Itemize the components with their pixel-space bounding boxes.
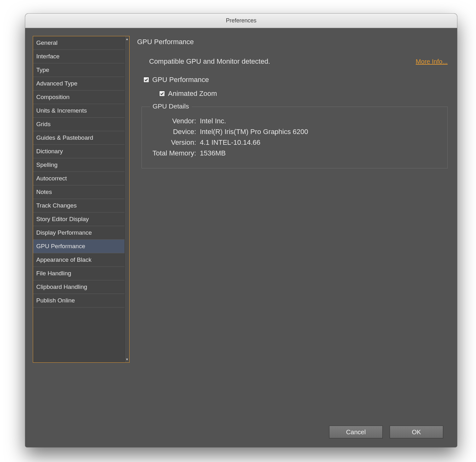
kv-value: 1536MB [199,149,226,157]
sidebar-item-guides-pasteboard[interactable]: Guides & Pasteboard [33,131,125,145]
scroll-down-icon[interactable]: ▼ [125,357,129,362]
sidebar: General Interface Type Advanced Type Com… [33,36,130,363]
sidebar-item-publish-online[interactable]: Publish Online [33,294,125,307]
button-label: Cancel [346,429,366,436]
window-title: Preferences [226,17,256,24]
window-client: General Interface Type Advanced Type Com… [25,28,457,447]
footer: Cancel OK [25,417,457,447]
panel-gpu-performance: GPU Performance Compatible GPU and Monit… [137,36,448,417]
sidebar-item-label: Autocorrect [36,175,67,182]
kv-key: Vendor: [148,117,199,125]
sidebar-item-type[interactable]: Type [33,63,125,77]
sidebar-item-label: Spelling [36,161,58,168]
gpu-details-fieldset: GPU Details Vendor: Intel Inc. Device: I… [142,107,448,168]
sidebar-item-label: Advanced Type [36,80,78,87]
compat-text: Compatible GPU and Monitor detected. [149,57,270,66]
kv-key: Device: [148,128,199,136]
sidebar-scrollbar[interactable]: ▲ ▼ [125,36,129,362]
sidebar-item-label: Appearance of Black [36,256,91,263]
kv-device: Device: Intel(R) Iris(TM) Pro Graphics 6… [148,128,441,136]
checkbox-icon[interactable] [143,77,149,83]
sidebar-item-grids[interactable]: Grids [33,118,125,131]
checkbox-icon[interactable] [159,91,165,96]
animated-zoom-checkbox-row[interactable]: Animated Zoom [137,90,448,98]
more-info-link[interactable]: More Info... [416,58,448,65]
sidebar-item-label: Track Changes [36,202,77,209]
sidebar-list: General Interface Type Advanced Type Com… [33,36,125,362]
button-label: OK [412,429,421,436]
panel-title: GPU Performance [137,38,448,46]
scroll-up-icon[interactable]: ▲ [125,37,129,41]
sidebar-item-label: Notes [36,189,52,196]
sidebar-item-autocorrect[interactable]: Autocorrect [33,172,125,185]
sidebar-item-label: File Handling [36,270,71,277]
window-body: General Interface Type Advanced Type Com… [25,28,457,417]
sidebar-item-notes[interactable]: Notes [33,185,125,199]
titlebar[interactable]: Preferences [25,14,457,28]
preferences-window: Preferences General Interface Type Advan… [25,14,457,447]
kv-version: Version: 4.1 INTEL-10.14.66 [148,138,441,147]
sidebar-item-story-editor-display[interactable]: Story Editor Display [33,213,125,226]
sidebar-item-label: Display Performance [36,229,92,236]
sidebar-item-label: Publish Online [36,297,75,304]
sidebar-item-interface[interactable]: Interface [33,50,125,63]
sidebar-item-label: Grids [36,121,50,128]
sidebar-item-spelling[interactable]: Spelling [33,158,125,172]
sidebar-item-dictionary[interactable]: Dictionary [33,145,125,158]
sidebar-item-label: General [36,39,58,46]
sidebar-item-label: Units & Increments [36,107,87,114]
kv-vendor: Vendor: Intel Inc. [148,117,441,125]
ok-button[interactable]: OK [390,426,443,438]
sidebar-item-general[interactable]: General [33,36,125,50]
sidebar-item-composition[interactable]: Composition [33,91,125,104]
sidebar-item-label: GPU Performance [36,243,85,250]
sidebar-item-advanced-type[interactable]: Advanced Type [33,77,125,91]
fieldset-legend: GPU Details [150,102,192,110]
sidebar-item-units-increments[interactable]: Units & Increments [33,104,125,118]
gpu-performance-checkbox-row[interactable]: GPU Performance [137,76,448,84]
sidebar-item-clipboard-handling[interactable]: Clipboard Handling [33,280,125,294]
sidebar-item-label: Guides & Pasteboard [36,134,93,141]
sidebar-item-appearance-of-black[interactable]: Appearance of Black [33,253,125,267]
cancel-button[interactable]: Cancel [329,426,383,438]
sidebar-item-label: Type [36,67,49,73]
sidebar-item-track-changes[interactable]: Track Changes [33,199,125,213]
sidebar-item-file-handling[interactable]: File Handling [33,267,125,280]
kv-value: Intel Inc. [199,117,226,125]
kv-value: Intel(R) Iris(TM) Pro Graphics 6200 [199,128,308,136]
sidebar-item-label: Dictionary [36,148,63,155]
kv-value: 4.1 INTEL-10.14.66 [199,138,260,147]
sidebar-item-gpu-performance[interactable]: GPU Performance [33,240,125,253]
sidebar-item-label: Clipboard Handling [36,284,87,290]
kv-key: Total Memory: [148,149,199,157]
kv-key: Version: [148,138,199,147]
sidebar-item-display-performance[interactable]: Display Performance [33,226,125,240]
kv-total-memory: Total Memory: 1536MB [148,149,441,157]
sidebar-item-label: Story Editor Display [36,216,89,223]
sidebar-item-label: Interface [36,53,60,60]
checkbox-label: GPU Performance [152,76,209,84]
sidebar-item-label: Composition [36,94,70,101]
compat-row: Compatible GPU and Monitor detected. Mor… [137,57,448,66]
checkbox-label: Animated Zoom [168,90,217,98]
